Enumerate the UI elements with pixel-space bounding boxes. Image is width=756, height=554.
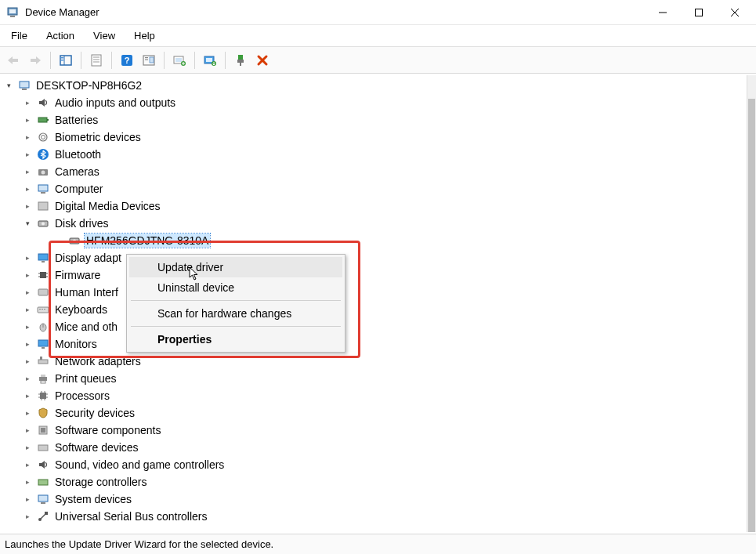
caret-icon[interactable]: ▸	[22, 132, 33, 143]
maximize-button[interactable]	[681, 1, 717, 24]
caret-icon[interactable]: ▸	[22, 149, 33, 160]
tree-category-disk-drives[interactable]: ▾ Disk drives	[19, 215, 745, 232]
toolbar-forward-button[interactable]	[25, 50, 45, 71]
svg-rect-41	[38, 185, 48, 191]
svg-rect-8	[31, 59, 37, 62]
caret-icon[interactable]: ▸	[22, 321, 33, 332]
tree-device-disk-child[interactable]: ▸ HFM256GDJTNG-8310A	[53, 232, 745, 249]
caret-icon[interactable]: ▸	[22, 97, 33, 108]
caret-icon[interactable]: ▸	[22, 201, 33, 212]
tree-category-biometric[interactable]: ▸ Biometric devices	[19, 129, 745, 146]
sound-icon	[36, 458, 50, 472]
caret-icon[interactable]: ▸	[22, 459, 33, 470]
tree-category-processors[interactable]: ▸ Processors	[19, 387, 745, 404]
svg-rect-64	[38, 360, 48, 364]
caret-icon[interactable]: ▸	[22, 442, 33, 453]
tree-category-sound[interactable]: ▸ Sound, video and game controllers	[19, 456, 745, 473]
caret-icon[interactable]: ▸	[22, 373, 33, 384]
toolbar-scan-hardware-button[interactable]	[169, 50, 190, 71]
toolbar-help-button[interactable]: ?	[117, 50, 137, 71]
caret-icon[interactable]: ▸	[22, 390, 33, 401]
computer-icon	[36, 182, 50, 196]
caret-icon[interactable]: ▸	[22, 425, 33, 436]
tree-category-digital-media[interactable]: ▸ Digital Media Devices	[19, 197, 745, 215]
caret-icon[interactable]: ▸	[22, 166, 33, 177]
caret-icon[interactable]: ▸	[22, 511, 33, 522]
security-icon	[36, 406, 50, 420]
context-menu-properties[interactable]: Properties	[129, 329, 342, 349]
caret-icon[interactable]: ▸	[22, 339, 33, 349]
svg-rect-62	[38, 340, 48, 346]
tree-category-security[interactable]: ▸ Security devices	[19, 404, 745, 422]
tree-category-storage-controllers[interactable]: ▸ Storage controllers	[19, 473, 745, 491]
svg-rect-20	[145, 57, 148, 58]
minimize-button[interactable]	[645, 1, 681, 24]
window-title: Device Manager	[25, 6, 99, 18]
toolbar-uninstall-device-button[interactable]	[252, 50, 273, 71]
camera-icon	[36, 165, 50, 179]
caret-icon[interactable]: ▸	[22, 304, 33, 315]
toolbar-action-center-button[interactable]	[139, 50, 159, 71]
svg-rect-66	[39, 377, 47, 381]
toolbar-update-driver-button[interactable]	[200, 50, 220, 71]
computer-icon	[17, 78, 31, 92]
svg-rect-1	[9, 9, 16, 13]
svg-rect-13	[92, 55, 101, 66]
context-menu: Update driver Uninstall device Scan for …	[126, 254, 345, 353]
tree-category-computer[interactable]: ▸ Computer	[19, 180, 745, 197]
audio-icon	[36, 96, 50, 110]
toolbar-show-hide-console-button[interactable]	[56, 50, 76, 71]
svg-rect-79	[41, 428, 45, 433]
caret-icon[interactable]: ▸	[22, 183, 33, 194]
svg-rect-32	[20, 81, 29, 88]
tree-category-network[interactable]: ▸ Network adapters	[19, 353, 745, 370]
svg-rect-68	[41, 381, 45, 383]
svg-rect-24	[175, 58, 182, 62]
toolbar-enable-device-button[interactable]	[230, 50, 251, 71]
caret-icon[interactable]: ▾	[22, 218, 33, 229]
svg-rect-4	[696, 9, 703, 16]
tree-category-audio[interactable]: ▸ Audio inputs and outputs	[19, 94, 745, 111]
tree-category-software-devices[interactable]: ▸ Software devices	[19, 439, 745, 456]
toolbar-back-button[interactable]	[3, 50, 24, 71]
tree-category-batteries[interactable]: ▸ Batteries	[19, 111, 745, 129]
caret-icon[interactable]: ▸	[22, 356, 33, 367]
scrollbar-thumb[interactable]	[748, 99, 755, 532]
caret-icon[interactable]: ▾	[3, 80, 14, 91]
svg-rect-67	[41, 375, 45, 377]
menu-help[interactable]: Help	[125, 27, 165, 45]
menu-view[interactable]: View	[84, 27, 125, 45]
media-icon	[36, 199, 50, 213]
svg-rect-57	[39, 309, 41, 310]
svg-rect-21	[145, 59, 148, 60]
display-icon	[36, 251, 50, 265]
disk-icon	[36, 216, 50, 230]
svg-rect-22	[150, 57, 154, 63]
tree-category-software-components[interactable]: ▸ Software components	[19, 422, 745, 439]
tree-category-cameras[interactable]: ▸ Cameras	[19, 163, 745, 180]
caret-icon[interactable]: ▸	[22, 407, 33, 418]
close-button[interactable]	[717, 1, 753, 24]
context-menu-uninstall-device[interactable]: Uninstall device	[129, 277, 342, 298]
caret-icon[interactable]: ▸	[22, 494, 33, 505]
tree-category-print-queues[interactable]: ▸ Print queues	[19, 370, 745, 387]
tree-category-system-devices[interactable]: ▸ System devices	[19, 491, 745, 508]
menu-file[interactable]: File	[2, 27, 37, 45]
caret-icon[interactable]: ▸	[22, 270, 33, 281]
caret-icon[interactable]: ▸	[22, 252, 33, 263]
menu-action[interactable]: Action	[37, 27, 84, 45]
context-menu-update-driver[interactable]: Update driver	[129, 257, 342, 277]
tree-root[interactable]: ▾ DESKTOP-NP8H6G2	[2, 77, 745, 94]
context-menu-scan-hardware[interactable]: Scan for hardware changes	[129, 303, 342, 324]
caret-icon[interactable]: ▸	[22, 476, 33, 487]
caret-icon[interactable]: ▸	[22, 114, 33, 125]
tree-category-usb[interactable]: ▸ Universal Serial Bus controllers	[19, 508, 745, 525]
hid-icon	[36, 285, 50, 299]
caret-icon[interactable]: ▸	[22, 287, 33, 298]
vertical-scrollbar[interactable]	[747, 75, 756, 532]
svg-rect-58	[42, 309, 43, 310]
tree-category-bluetooth[interactable]: ▸ Bluetooth	[19, 146, 745, 163]
svg-rect-7	[12, 59, 18, 62]
system-icon	[36, 492, 50, 506]
toolbar-properties-button[interactable]	[86, 50, 107, 71]
